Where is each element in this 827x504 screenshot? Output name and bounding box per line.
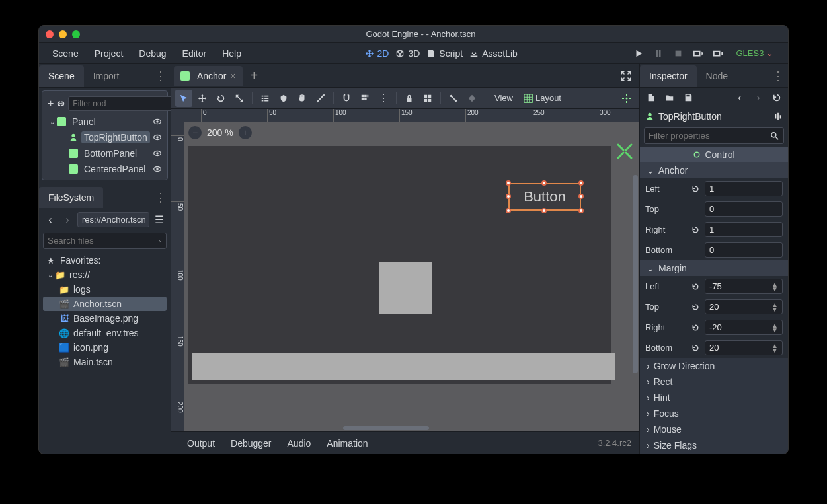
centered-panel-preview[interactable] [379,262,432,314]
viewport[interactable]: -50050100150200250300 050100150200 − 200… [171,109,639,431]
scene-node-bottompanel[interactable]: BottomPanel [45,145,165,161]
prop-value-input[interactable]: 20▲▼ [705,299,783,314]
dock-menu-icon[interactable]: ⋮ [151,194,171,201]
add-node-button[interactable]: + [48,96,54,111]
visibility-toggle[interactable] [153,117,162,126]
menu-project[interactable]: Project [87,44,132,63]
play-custom-button[interactable] [712,48,724,59]
inspector-filter-input[interactable] [649,131,770,141]
spinner-icon[interactable]: ▲▼ [771,323,778,332]
pan-tool[interactable] [294,90,311,107]
insp-new-button[interactable] [645,92,657,104]
move-tool[interactable] [194,90,211,107]
fs-favorites[interactable]: ★ Favorites: [43,253,167,268]
close-icon[interactable] [46,30,54,38]
prop-value-input[interactable]: 0 [705,242,783,258]
insp-back-button[interactable]: ‹ [734,92,746,104]
scrollbar-vertical[interactable] [633,175,638,373]
spinner-icon[interactable]: ▲▼ [771,343,778,353]
link-node-button[interactable] [56,96,65,111]
spinner-icon[interactable]: ▲▼ [771,282,778,291]
mode-3d[interactable]: 3D [395,48,420,59]
insp-history-button[interactable] [771,92,783,104]
tab-animation[interactable]: Animation [319,434,375,452]
view-menu[interactable]: View [489,93,518,103]
insp-fwd-button[interactable]: › [752,92,764,104]
mode-script[interactable]: Script [426,48,463,59]
scene-filter-input[interactable] [68,96,177,111]
tab-debugger[interactable]: Debugger [223,434,280,452]
insp-load-button[interactable] [664,92,676,104]
expander-icon[interactable]: ⌄ [48,118,57,126]
scene-node-toprightbutton[interactable]: TopRightButton [45,129,165,145]
fs-path-field[interactable]: res://Anchor.tscn [77,212,149,227]
fs-item-anchor-tscn[interactable]: 🎬Anchor.tscn [43,297,167,311]
minimize-icon[interactable] [59,30,67,38]
anim-key-button[interactable] [463,90,481,107]
snap-options[interactable]: ⋮ [375,90,392,107]
expander-icon[interactable]: ⌄ [46,271,55,279]
expand-viewport-button[interactable] [615,71,637,81]
prop-value-input[interactable]: 1 [705,181,783,196]
fs-split-button[interactable]: ☰ [152,213,167,227]
prop-value-input[interactable]: -75▲▼ [705,279,783,294]
group-button[interactable] [419,90,436,107]
menu-help[interactable]: Help [214,44,249,63]
tab-node[interactable]: Node [697,65,737,87]
close-tab-icon[interactable]: × [230,71,235,81]
sliders-icon[interactable] [773,112,783,121]
menu-debug[interactable]: Debug [131,44,174,63]
lock-button[interactable] [401,90,418,107]
reset-button[interactable] [691,226,705,234]
tab-audio[interactable]: Audio [280,434,319,452]
layout-button[interactable]: Layout [520,90,565,107]
tab-inspector[interactable]: Inspector [640,65,697,87]
section-theme[interactable]: › Theme [640,453,788,454]
zoom-out-button[interactable]: − [188,126,202,139]
play-scene-button[interactable] [692,48,704,59]
menu-editor[interactable]: Editor [175,44,215,63]
scrollbar-horizontal[interactable] [343,426,429,430]
inspector-class-control[interactable]: Control [640,147,788,162]
scene-node-centeredpanel[interactable]: CenteredPanel [45,161,165,177]
section-anchor[interactable]: ⌄ Anchor [640,162,788,178]
spinner-icon[interactable]: ▲▼ [771,303,778,312]
fs-search-input[interactable] [48,236,159,246]
visibility-toggle[interactable] [153,149,162,158]
top-right-button-preview[interactable]: Button [508,183,581,211]
new-tab-button[interactable]: + [245,68,264,83]
insp-save-button[interactable] [682,92,694,104]
section-size-flags[interactable]: › Size Flags [640,437,788,453]
tab-import[interactable]: Import [84,65,129,87]
section-focus[interactable]: › Focus [640,406,788,421]
tab-scene[interactable]: Scene [39,65,84,87]
section-rect[interactable]: › Rect [640,374,788,390]
fs-root[interactable]: ⌄ 📁 res:// [43,268,167,282]
fs-item-icon-png[interactable]: 🟦icon.png [43,340,167,355]
scale-tool[interactable] [231,90,248,107]
section-margin[interactable]: ⌄ Margin [640,260,788,276]
dock-menu-icon[interactable]: ⋮ [768,72,788,80]
grid-snap-toggle[interactable] [356,90,374,107]
maximize-icon[interactable] [72,30,80,38]
ruler-tool[interactable] [312,90,329,107]
anchor-preset-button[interactable] [618,90,635,107]
play-button[interactable] [633,48,645,59]
bottom-panel-preview[interactable] [192,353,615,380]
canvas-area[interactable]: − 200 % + Button [184,122,639,431]
menu-scene[interactable]: Scene [44,44,87,63]
dock-menu-icon[interactable]: ⋮ [151,72,171,80]
visibility-toggle[interactable] [153,164,162,174]
visibility-toggle[interactable] [153,133,162,142]
fs-item-main-tscn[interactable]: 🎬Main.tscn [43,355,167,369]
prop-value-input[interactable]: 0 [705,201,783,217]
bone-button[interactable] [445,90,462,107]
renderer-selector[interactable]: GLES3 ⌄ [732,47,777,59]
reset-button[interactable] [691,324,705,332]
select-tool[interactable] [175,90,192,107]
reset-button[interactable] [691,303,705,311]
tab-anchor-scene[interactable]: Anchor × [174,66,243,86]
fs-back-button[interactable]: ‹ [43,213,58,227]
panel-node-preview[interactable]: Button [188,146,611,384]
fs-item-baseimage-png[interactable]: 🖼BaseImage.png [43,311,167,326]
